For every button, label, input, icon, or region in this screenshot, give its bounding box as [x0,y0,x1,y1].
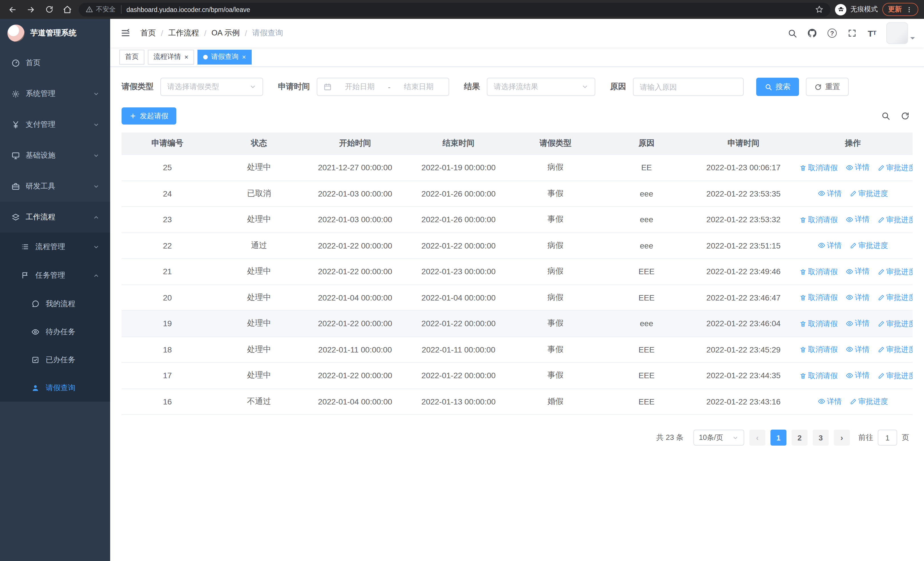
sidebar-item-task-management[interactable]: 任务管理 [0,261,110,290]
approval-progress-link[interactable]: 审批进度 [878,266,913,277]
cell-start-time: 2022-01-22 00:00:00 [305,259,405,284]
url-text[interactable]: dashboard.yudao.iocoder.cn/bpm/oa/leave [126,6,810,13]
col-leave-type: 请假类型 [512,132,599,155]
prev-page-button[interactable]: ‹ [749,430,765,445]
detail-link[interactable]: 详情 [846,214,870,224]
approval-progress-link[interactable]: 审批进度 [878,162,913,173]
sidebar-item-leave-query[interactable]: 请假查询 [0,374,110,402]
browser-home-button[interactable] [60,3,74,16]
detail-link[interactable]: 详情 [846,266,870,277]
approval-progress-link[interactable]: 审批进度 [850,397,888,407]
browser-forward-button[interactable] [24,3,38,16]
detail-link[interactable]: 详情 [818,240,842,251]
avatar[interactable] [886,22,908,44]
detail-link[interactable]: 详情 [846,162,870,173]
detail-link[interactable]: 详情 [846,370,870,381]
sidebar-item-done-tasks[interactable]: 已办任务 [0,346,110,374]
search-icon[interactable] [786,27,798,39]
cell-operations: 取消请假详情审批进度 [793,155,913,180]
next-page-button[interactable]: › [834,430,850,445]
user-menu[interactable] [886,22,915,44]
cancel-leave-link[interactable]: 取消请假 [799,319,837,329]
page-button-3[interactable]: 3 [813,430,829,445]
detail-link[interactable]: 详情 [846,292,870,302]
search-button[interactable]: 搜索 [756,78,799,96]
page-button-1[interactable]: 1 [771,430,786,445]
cell-apply-id: 24 [122,180,213,206]
breadcrumb-workflow[interactable]: 工作流程 [168,28,199,38]
breadcrumb-home[interactable]: 首页 [140,28,156,38]
trash-icon [799,268,806,275]
sidebar-item-payment[interactable]: 支付管理 [0,109,110,140]
sidebar-collapse-icon[interactable] [119,27,132,39]
github-icon[interactable] [806,27,818,39]
page-size-select[interactable]: 10条/页 [693,430,744,445]
cell-leave-type: 病假 [512,233,599,259]
reason-input[interactable] [640,83,737,91]
sidebar-item-todo-tasks[interactable]: 待办任务 [0,317,110,346]
detail-link[interactable]: 详情 [818,188,842,199]
cancel-leave-link[interactable]: 取消请假 [799,266,837,277]
browser-menu-icon[interactable] [906,5,913,14]
detail-link[interactable]: 详情 [846,318,870,328]
incognito-icon [835,4,846,15]
close-icon[interactable]: × [242,53,246,60]
browser-address-bar[interactable]: 不安全 dashboard.yudao.iocoder.cn/bpm/oa/le… [79,3,830,16]
help-icon[interactable]: ? [826,27,838,39]
tab-leave-query[interactable]: 请假查询 × [198,50,252,64]
fullscreen-icon[interactable] [846,27,858,39]
approval-progress-link[interactable]: 审批进度 [878,344,913,355]
sidebar-item-infrastructure[interactable]: 基础设施 [0,140,110,171]
reason-field[interactable] [633,78,744,96]
col-reason: 原因 [599,132,694,155]
forward-icon [26,5,35,14]
approval-progress-link[interactable]: 审批进度 [850,241,888,251]
result-select[interactable]: 请选择流结果 [487,78,595,96]
back-icon [8,5,17,14]
apply-time-range-picker[interactable]: 开始日期 - 结束日期 [317,78,449,96]
browser-update-button[interactable]: 更新 [882,3,918,16]
tab-process-detail[interactable]: 流程详情 × [148,50,194,64]
start-date-placeholder[interactable]: 开始日期 [336,82,384,92]
goto-page-input[interactable] [878,430,897,445]
sidebar-item-workflow[interactable]: 工作流程 [0,202,110,233]
approval-progress-link[interactable]: 审批进度 [878,370,913,381]
detail-link[interactable]: 详情 [818,396,842,406]
table-row: 19处理中2022-01-22 00:00:002022-01-22 00:00… [122,310,913,337]
browser-back-button[interactable] [6,3,20,16]
approval-progress-link[interactable]: 审批进度 [878,292,913,303]
toggle-search-icon[interactable] [880,111,891,121]
cancel-leave-link[interactable]: 取消请假 [799,344,837,355]
detail-link[interactable]: 详情 [846,344,870,355]
sidebar-item-my-process[interactable]: 我的流程 [0,290,110,317]
end-date-placeholder[interactable]: 结束日期 [395,82,442,92]
browser-refresh-button[interactable] [42,3,56,16]
sidebar-item-system[interactable]: 系统管理 [0,78,110,109]
approval-progress-link[interactable]: 审批进度 [878,319,913,329]
sidebar-item-process-management[interactable]: 流程管理 [0,233,110,261]
tab-home[interactable]: 首页 [119,50,144,64]
cancel-leave-link[interactable]: 取消请假 [799,162,837,173]
create-leave-button[interactable]: 发起请假 [122,107,176,125]
close-icon[interactable]: × [184,53,188,60]
cell-status: 处理中 [213,155,305,180]
bookmark-star-icon[interactable] [815,5,824,14]
sidebar-item-devtools[interactable]: 研发工具 [0,171,110,202]
col-start-time: 开始时间 [305,132,405,155]
cancel-leave-link[interactable]: 取消请假 [799,215,837,225]
font-size-icon[interactable]: TT [866,27,878,39]
cell-start-time: 2022-01-22 00:00:00 [305,310,405,337]
cancel-leave-link[interactable]: 取消请假 [799,292,837,303]
refresh-table-icon[interactable] [900,111,910,121]
sidebar-item-home[interactable]: 首页 [0,47,110,78]
approval-progress-link[interactable]: 审批进度 [878,215,913,225]
leave-type-select[interactable]: 请选择请假类型 [160,78,263,96]
breadcrumb-oa-example[interactable]: OA 示例 [212,28,240,38]
reset-button[interactable]: 重置 [806,78,849,96]
approval-progress-link[interactable]: 审批进度 [850,188,888,199]
page-button-2[interactable]: 2 [792,430,808,445]
cancel-leave-link[interactable]: 取消请假 [799,370,837,381]
security-warning[interactable]: 不安全 [86,5,121,14]
cell-apply-id: 17 [122,362,213,388]
cell-apply-id: 16 [122,388,213,415]
